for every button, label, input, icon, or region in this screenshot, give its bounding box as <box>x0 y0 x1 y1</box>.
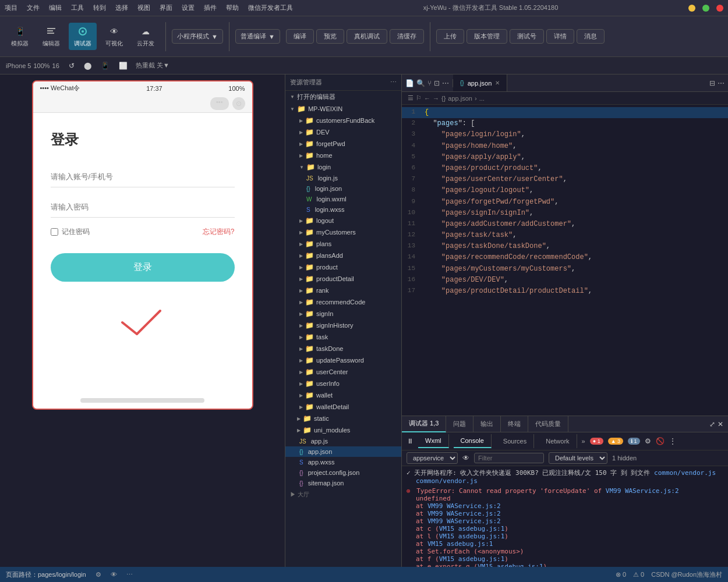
menu-select[interactable]: 选择 <box>115 3 128 12</box>
menu-interface[interactable]: 界面 <box>160 3 172 12</box>
breadcrumb-forward[interactable]: → <box>433 95 439 102</box>
remote-debug-button[interactable]: 真机调试 <box>347 29 387 44</box>
upload-button[interactable]: 上传 <box>436 29 464 44</box>
login-button[interactable]: 登录 <box>51 253 235 282</box>
message-button[interactable]: 消息 <box>577 29 605 44</box>
phone-icon[interactable]: 📱 <box>101 62 109 70</box>
forgot-password-link[interactable]: 忘记密码? <box>203 227 235 237</box>
folder-taskDone[interactable]: ▶ 📁 taskDone <box>285 343 401 354</box>
close-debug-icon[interactable]: ✕ <box>718 420 723 428</box>
minimize-button[interactable] <box>688 5 695 12</box>
folder-recommendCode[interactable]: ▶ 📁 recommendCode <box>285 296 401 308</box>
test-button[interactable]: 测试号 <box>510 29 544 44</box>
mp-weixin-root[interactable]: ▼ 📁 MP-WEIXIN <box>285 103 401 115</box>
git-icon[interactable]: ⑂ <box>427 79 432 87</box>
link[interactable]: VM99 WAService.js:2 <box>427 502 501 510</box>
camera-icon[interactable]: ⊙ <box>232 97 245 110</box>
menu-edit[interactable]: 编辑 <box>49 3 62 12</box>
editor-more-icon[interactable]: ⋯ <box>718 79 725 87</box>
folder-signIn[interactable]: ▶ 📁 signIn <box>285 308 401 320</box>
output-tab[interactable]: 输出 <box>473 416 501 432</box>
folder-updatePassword[interactable]: ▶ 📁 updatePassword <box>285 354 401 366</box>
debugger-button[interactable]: 调试器 <box>69 23 97 50</box>
menu-view[interactable]: 视图 <box>137 3 150 12</box>
file-login-js[interactable]: JS login.js <box>285 173 401 183</box>
console-filter-input[interactable] <box>474 453 544 463</box>
menu-project[interactable]: 项目 <box>5 3 17 12</box>
network-subtab[interactable]: Network <box>539 434 577 448</box>
bookmark-icon[interactable]: ⚐ <box>416 94 422 102</box>
password-input[interactable] <box>51 197 235 218</box>
link[interactable]: VM99 WAService.js:2 <box>427 510 501 517</box>
link[interactable]: VM15 asdebug.js:1 <box>478 563 543 567</box>
folder-login[interactable]: ▼ 📁 login <box>285 161 401 173</box>
clear-cache-button[interactable]: 清缓存 <box>390 29 424 44</box>
folder-plans[interactable]: ▶ 📁 plans <box>285 238 401 250</box>
menu-goto[interactable]: 转到 <box>93 3 106 12</box>
folder-productDetail[interactable]: ▶ 📁 productDetail <box>285 273 401 285</box>
preview-button[interactable]: 预览 <box>316 29 344 44</box>
menu-bar[interactable]: 项目 文件 编辑 工具 转到 选择 视图 界面 设置 插件 帮助 微信开发者工具 <box>5 3 293 12</box>
folder-forgetPwd[interactable]: ▶ 📁 forgetPwd <box>285 138 401 150</box>
folder-walletDetail[interactable]: ▶ 📁 walletDetail <box>285 401 401 413</box>
more-subtabs-icon[interactable]: » <box>582 438 585 445</box>
split-editor-icon[interactable]: ⊟ <box>709 79 715 87</box>
new-file-icon[interactable]: 📄 <box>405 79 414 87</box>
simulator-button[interactable]: 📱 模拟器 <box>6 23 34 50</box>
vendor-link[interactable]: common/vendor.js <box>654 469 716 477</box>
open-editors-label[interactable]: ▼ 打开的编辑器 <box>285 91 401 103</box>
sources-subtab[interactable]: Sources <box>496 434 534 448</box>
folder-DEV[interactable]: ▶ 📁 DEV <box>285 126 401 138</box>
code-quality-tab[interactable]: 代码质量 <box>528 416 568 432</box>
menu-tools[interactable]: 工具 <box>71 3 84 12</box>
breadcrumb-back[interactable]: ← <box>424 95 430 102</box>
folder-static[interactable]: ▶ 📁 static <box>285 413 401 424</box>
wxml-subtab[interactable]: Wxml <box>418 434 449 448</box>
folder-customersFundBack[interactable]: ▶ 📁 customersFundBack <box>285 115 401 126</box>
vendor-link-2[interactable]: common/vendor.js <box>416 477 478 485</box>
detail-button[interactable]: 详情 <box>546 29 574 44</box>
settings-icon[interactable]: ⚙ <box>645 437 651 445</box>
hotfix-button[interactable]: 热重截 关▼ <box>132 60 173 71</box>
search-files-icon[interactable]: 🔍 <box>416 79 425 87</box>
nav-back-icon[interactable]: ☰ <box>408 94 414 102</box>
expand-icon[interactable]: ⬜ <box>119 62 128 70</box>
file-login-wxml[interactable]: W login.wxml <box>285 194 401 204</box>
more-status-icon[interactable]: ⋯ <box>126 571 133 579</box>
explorer-menu-icon[interactable]: ⋯ <box>390 79 397 86</box>
issues-tab[interactable]: 问题 <box>446 416 473 432</box>
tab-close-icon[interactable]: ✕ <box>495 80 500 86</box>
terminal-tab[interactable]: 终端 <box>501 416 528 432</box>
appservice-selector[interactable]: appservice <box>407 452 458 464</box>
window-controls[interactable] <box>688 5 723 12</box>
compile-selector[interactable]: 普通编译 ▼ <box>235 29 280 44</box>
editor-button[interactable]: 编辑器 <box>37 23 65 50</box>
debugger-tab[interactable]: 调试器 1,3 <box>402 416 446 432</box>
more-console-icon[interactable]: ⋮ <box>669 437 676 445</box>
menu-plugins[interactable]: 插件 <box>204 3 217 12</box>
file-app-js[interactable]: JS app.js <box>285 436 401 446</box>
file-sitemap[interactable]: {} sitemap.json <box>285 478 401 488</box>
folder-myCustomers[interactable]: ▶ 📁 myCustomers <box>285 226 401 238</box>
folder-product[interactable]: ▶ 📁 product <box>285 261 401 273</box>
settings-status-icon[interactable]: ⚙ <box>96 571 101 579</box>
file-app-json[interactable]: {} app.json <box>285 446 401 457</box>
link[interactable]: VM15 asdebug.js:1 <box>427 540 493 548</box>
menu-file[interactable]: 文件 <box>27 3 40 12</box>
eye-icon[interactable]: 👁 <box>462 454 469 462</box>
expand-debug-icon[interactable]: ⤢ <box>709 420 715 428</box>
folder-userCenter[interactable]: ▶ 📁 userCenter <box>285 366 401 378</box>
app-json-tab[interactable]: {} app.json ✕ <box>453 74 507 91</box>
file-project-config[interactable]: {} project.config.json <box>285 467 401 478</box>
folder-userInfo[interactable]: ▶ 📁 userInfo <box>285 378 401 389</box>
file-app-wxss[interactable]: S app.wxss <box>285 457 401 467</box>
file-login-wxss[interactable]: S login.wxss <box>285 204 401 215</box>
copy-icon[interactable]: ⊡ <box>434 79 440 87</box>
more-icon[interactable]: ⋯ <box>442 79 449 87</box>
compile-button[interactable]: 编译 <box>286 29 314 44</box>
folder-task[interactable]: ▶ 📁 task <box>285 331 401 343</box>
more-icon[interactable]: ••• <box>210 97 229 110</box>
mode-selector[interactable]: 小程序模式 ▼ <box>172 29 223 44</box>
log-levels-selector[interactable]: Default levels <box>549 452 607 464</box>
stop-icon[interactable]: ⬤ <box>84 62 91 70</box>
